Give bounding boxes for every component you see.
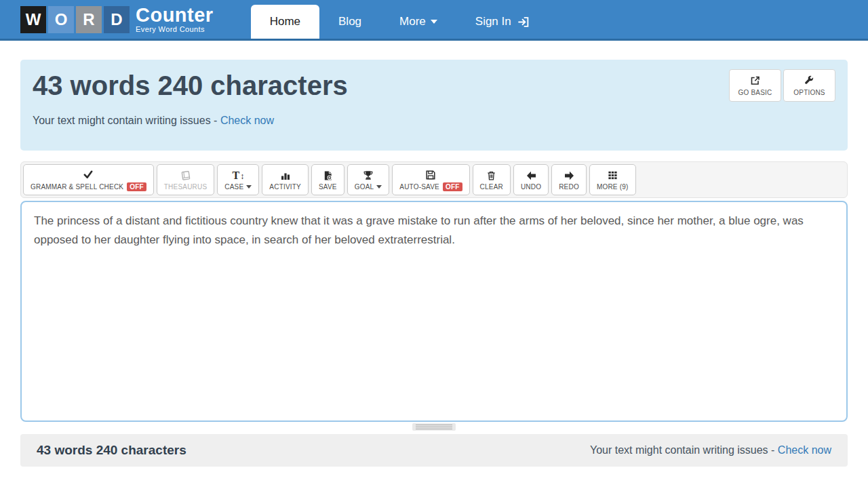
trash-icon	[486, 170, 496, 181]
footer-writing-issues-notice: Your text might contain writing issues -…	[590, 444, 831, 456]
bar-chart-icon	[280, 170, 291, 181]
nav-item-home[interactable]: Home	[251, 5, 319, 39]
nav-item-label: More	[399, 15, 426, 28]
sign-in-icon	[517, 16, 530, 28]
footer-stats-bar: 43 words 240 characters Your text might …	[20, 434, 848, 467]
notice-text: Your text might contain writing issues -	[33, 115, 217, 126]
check-icon	[82, 169, 94, 180]
button-label: GRAMMAR & SPELL CHECK	[31, 183, 123, 191]
toolbar-button-redo[interactable]: REDO	[551, 164, 587, 195]
grid-icon	[607, 170, 618, 181]
toolbar-button-auto-save[interactable]: AUTO-SAVEOFF	[392, 164, 469, 195]
button-label: CASE	[224, 183, 243, 191]
toolbar-button-save[interactable]: SAVE	[311, 164, 344, 195]
arrow-right-icon	[564, 170, 575, 181]
editor-area: The princess of a distant and fictitious…	[20, 201, 848, 431]
trophy-icon	[363, 170, 374, 181]
button-label: REDO	[559, 183, 579, 191]
toolbar-button-activity[interactable]: ACTIVITY	[262, 164, 309, 195]
arrow-left-icon	[526, 170, 537, 181]
toolbar-button-more-9[interactable]: MORE (9)	[589, 164, 636, 195]
button-label: OPTIONS	[793, 89, 825, 96]
toolbar-button-thesaurus: THESAURUS	[157, 164, 214, 195]
wordcounter-logo[interactable]: WORD Counter Every Word Counts	[20, 0, 214, 39]
nav-item-label: Sign In	[475, 15, 511, 28]
header-actions: GO BASICOPTIONS	[729, 69, 835, 102]
nav-item-blog[interactable]: Blog	[319, 5, 380, 39]
nav-menu: HomeBlogMoreSign In	[251, 0, 549, 39]
button-label-row: ACTIVITY	[269, 183, 301, 191]
toolbar-button-case[interactable]: T↕CASE	[217, 164, 259, 195]
go-basic-button[interactable]: GO BASIC	[729, 69, 781, 102]
logo-letter: W	[20, 6, 46, 33]
text-editor-textarea[interactable]: The princess of a distant and fictitious…	[20, 201, 848, 422]
button-label-row: CLEAR	[480, 183, 503, 191]
footer-word-count: 43 words 240 characters	[37, 443, 186, 458]
toolbar-button-goal[interactable]: GOAL	[347, 164, 390, 195]
footer-check-now-link[interactable]: Check now	[778, 444, 831, 456]
off-status-badge: OFF	[127, 182, 146, 191]
toolbar-button-undo[interactable]: UNDO	[513, 164, 549, 195]
stats-header-panel: 43 words 240 characters Your text might …	[20, 60, 848, 151]
button-label: GO BASIC	[738, 89, 772, 96]
button-label-row: GOAL	[355, 183, 382, 191]
book-icon	[180, 170, 191, 181]
footer-notice-text: Your text might contain writing issues -	[590, 444, 774, 456]
button-label-row: CASE	[224, 183, 252, 191]
writing-issues-notice: Your text might contain writing issues -…	[33, 115, 835, 127]
button-label: MORE (9)	[597, 183, 629, 191]
button-label: UNDO	[521, 183, 541, 191]
word-count-heading: 43 words 240 characters	[33, 71, 835, 101]
check-now-link[interactable]: Check now	[220, 115, 274, 126]
button-label: THESAURUS	[164, 183, 207, 191]
button-label-row: GRAMMAR & SPELL CHECKOFF	[31, 182, 146, 191]
toolbar-button-grammar-spell-check[interactable]: GRAMMAR & SPELL CHECKOFF	[23, 164, 154, 195]
button-label: SAVE	[319, 183, 337, 191]
button-label-row: MORE (9)	[597, 183, 629, 191]
button-label: GOAL	[355, 183, 374, 191]
logo-letters: WORD	[20, 6, 130, 33]
options-button[interactable]: OPTIONS	[783, 69, 835, 102]
button-label: CLEAR	[480, 183, 503, 191]
nav-item-label: Home	[270, 15, 300, 28]
logo-letter: R	[76, 6, 102, 33]
nav-item-label: Blog	[338, 15, 361, 28]
logo-letter: D	[104, 6, 130, 33]
toolbar-button-clear[interactable]: CLEAR	[473, 164, 511, 195]
logo-wordmark: Counter Every Word Counts	[136, 5, 214, 33]
button-label: ACTIVITY	[269, 183, 301, 191]
button-label-row: REDO	[559, 183, 579, 191]
wrench-icon	[804, 75, 814, 86]
logo-name: Counter	[136, 5, 214, 25]
nav-item-more[interactable]: More	[380, 5, 456, 39]
logo-tagline: Every Word Counts	[136, 26, 214, 33]
logo-letter: O	[48, 6, 74, 33]
floppy-icon	[425, 169, 436, 180]
button-label-row: UNDO	[521, 183, 541, 191]
editor-toolbar: GRAMMAR & SPELL CHECKOFFTHESAURUST↕CASEA…	[20, 161, 848, 198]
off-status-badge: OFF	[443, 182, 462, 191]
save-file-icon	[323, 170, 333, 181]
button-label: AUTO-SAVE	[399, 183, 439, 191]
external-link-icon	[749, 75, 761, 86]
chevron-down-icon	[376, 185, 382, 189]
resize-handle[interactable]	[412, 423, 456, 431]
button-label-row: AUTO-SAVEOFF	[399, 182, 462, 191]
nav-item-sign-in[interactable]: Sign In	[456, 5, 549, 39]
button-label-row: THESAURUS	[164, 183, 207, 191]
button-label-row: SAVE	[319, 183, 337, 191]
case-icon: T↕	[232, 170, 244, 181]
top-navbar: WORD Counter Every Word Counts HomeBlogM…	[0, 0, 868, 41]
chevron-down-icon	[246, 185, 252, 189]
chevron-down-icon	[431, 20, 437, 24]
